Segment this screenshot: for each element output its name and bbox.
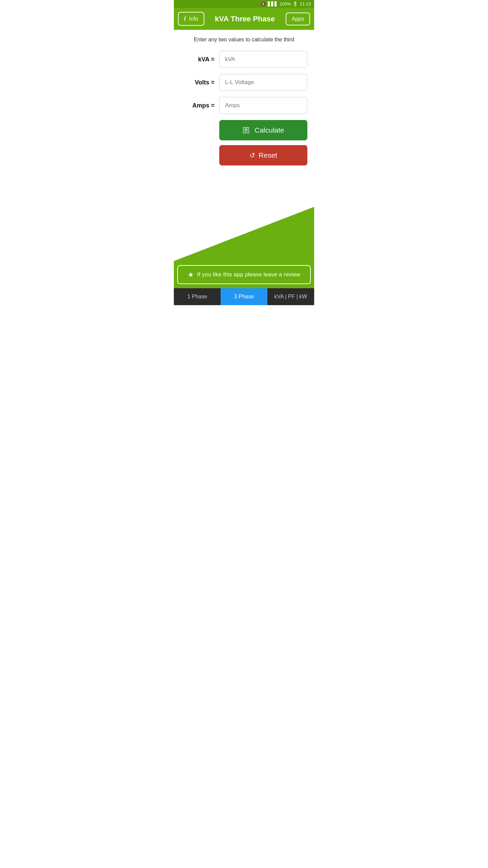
reset-button[interactable]: ↺ Reset: [219, 145, 307, 165]
subtitle: Enter any two values to calculate the th…: [181, 37, 307, 43]
star-icon: ★: [188, 271, 194, 279]
review-button[interactable]: ★ If you like this app please leave a re…: [177, 265, 311, 284]
status-bar: 🔇 ▋▋▋ 100% 🔋 11:13: [174, 0, 314, 8]
kva-row: kVA =: [181, 51, 307, 68]
bottom-nav: 1 Phase 3 Phase kVA | PF | kW: [174, 288, 314, 305]
tab-kvapfkw-label: kVA | PF | kW: [274, 294, 307, 300]
main-content: Enter any two values to calculate the th…: [174, 30, 314, 180]
svg-rect-3: [246, 131, 247, 132]
volts-label: Volts =: [181, 79, 215, 86]
tab-1phase[interactable]: 1 Phase: [174, 288, 221, 305]
tab-kvapfkw[interactable]: kVA | PF | kW: [267, 288, 314, 305]
review-label: If you like this app please leave a revi…: [197, 271, 300, 278]
info-button[interactable]: i Info: [178, 12, 204, 26]
svg-rect-2: [245, 131, 246, 132]
amps-label: Amps =: [181, 102, 215, 109]
amps-row: Amps =: [181, 97, 307, 114]
page-title: kVA Three Phase: [204, 15, 286, 23]
battery-icon: 🔋: [292, 1, 298, 6]
status-icons: 🔇 ▋▋▋ 100% 🔋 11:13: [261, 1, 311, 6]
svg-rect-0: [243, 127, 249, 133]
apps-label: Apps: [292, 16, 304, 22]
time: 11:13: [300, 1, 311, 6]
kva-label: kVA =: [181, 56, 215, 63]
kva-input[interactable]: [219, 51, 307, 68]
tab-3phase[interactable]: 3 Phase: [221, 288, 267, 305]
reset-label: Reset: [259, 151, 277, 159]
svg-rect-1: [245, 129, 248, 130]
calculate-label: Calculate: [255, 126, 284, 134]
svg-rect-4: [247, 131, 248, 132]
tab-3phase-label: 3 Phase: [234, 294, 254, 300]
apps-button[interactable]: Apps: [286, 13, 310, 25]
battery-percentage: 100%: [280, 1, 291, 6]
diagonal-decoration: [174, 186, 314, 261]
info-icon: i: [184, 15, 186, 22]
volts-input[interactable]: [219, 74, 307, 91]
volts-row: Volts =: [181, 74, 307, 91]
reset-icon: ↺: [249, 151, 255, 159]
mute-icon: 🔇: [261, 1, 266, 6]
diagonal-area: [174, 186, 314, 261]
amps-input[interactable]: [219, 97, 307, 114]
calculator-icon: [242, 126, 250, 134]
signal-icon: ▋▋▋: [268, 1, 278, 6]
svg-marker-5: [174, 207, 314, 261]
button-group: Calculate ↺ Reset: [181, 120, 307, 165]
tab-1phase-label: 1 Phase: [187, 294, 207, 300]
calculate-button[interactable]: Calculate: [219, 120, 307, 140]
review-banner: ★ If you like this app please leave a re…: [174, 261, 314, 288]
header: i Info kVA Three Phase Apps: [174, 8, 314, 30]
info-label: Info: [189, 16, 198, 22]
